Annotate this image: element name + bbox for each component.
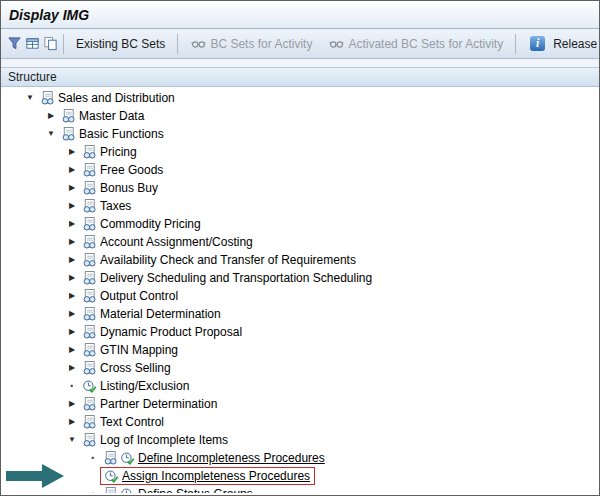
- tree-row[interactable]: ▶ Delivery Scheduling and Transportation…: [1, 269, 599, 287]
- expand-icon[interactable]: ▶: [65, 269, 79, 287]
- release-group: i Release: [511, 32, 599, 55]
- expand-icon[interactable]: ▶: [65, 143, 79, 161]
- tree-row-icons: [81, 432, 98, 448]
- img-node-icon: [81, 432, 98, 448]
- filter-icon: [6, 36, 22, 51]
- tree-row[interactable]: ▶ GTIN Mapping: [1, 341, 599, 359]
- expand-icon[interactable]: ▶: [65, 179, 79, 197]
- tree-row-label[interactable]: Output Control: [98, 289, 180, 303]
- tree-row-label[interactable]: Free Goods: [98, 163, 165, 177]
- img-structure-tree: ▼ Sales and Distribution ▶ Master Data ▼…: [1, 87, 599, 493]
- tree-row[interactable]: ▶ Pricing: [1, 143, 599, 161]
- indent-spacer: [1, 278, 65, 279]
- tree-row-label[interactable]: Sales and Distribution: [56, 91, 177, 105]
- tree-row[interactable]: ▶ Text Control: [1, 413, 599, 431]
- tree-row-label[interactable]: Cross Selling: [98, 361, 173, 375]
- expand-icon[interactable]: ▶: [65, 233, 79, 251]
- tree-row[interactable]: ▶ Material Determination: [1, 305, 599, 323]
- copy-icon-button[interactable]: [41, 32, 59, 55]
- tree-row[interactable]: ▼ Log of Incomplete Items: [1, 431, 599, 449]
- tree-row-label[interactable]: Account Assignment/Costing: [98, 235, 255, 249]
- filter-icon-button[interactable]: [5, 32, 23, 55]
- tree-row-icons: [81, 180, 98, 196]
- tree-row[interactable]: · Listing/Exclusion: [1, 377, 599, 395]
- tree-row-label[interactable]: Delivery Scheduling and Transportation S…: [98, 271, 374, 285]
- expand-icon[interactable]: ▶: [44, 107, 58, 125]
- tree-row-label[interactable]: Availability Check and Transfer of Requi…: [98, 253, 358, 267]
- tree-row[interactable]: ▶ Output Control: [1, 287, 599, 305]
- tree-row-label[interactable]: Master Data: [77, 109, 146, 123]
- tree-row[interactable]: ▶ Cross Selling: [1, 359, 599, 377]
- img-node-icon: [81, 216, 98, 232]
- indent-spacer: [1, 242, 65, 243]
- expand-icon[interactable]: ▶: [65, 197, 79, 215]
- tree-row[interactable]: ▶ Taxes: [1, 197, 599, 215]
- expand-icon[interactable]: ▶: [65, 287, 79, 305]
- expand-icon[interactable]: ▶: [65, 215, 79, 233]
- tree-row-label[interactable]: Partner Determination: [98, 397, 219, 411]
- indent-spacer: [1, 170, 65, 171]
- tree-row-icons: [60, 126, 77, 142]
- expand-icon[interactable]: ▶: [65, 359, 79, 377]
- tree-row-icons: [81, 198, 98, 214]
- img-node-icon: [81, 270, 98, 286]
- expand-icon[interactable]: ▶: [65, 341, 79, 359]
- indent-spacer: [1, 260, 65, 261]
- collapse-icon[interactable]: ▼: [65, 431, 79, 449]
- tree-row-icons: [81, 342, 98, 358]
- tree-row-label[interactable]: Taxes: [98, 199, 133, 213]
- tree-row-label[interactable]: Define Incompleteness Procedures: [136, 451, 327, 465]
- tree-row-label[interactable]: Listing/Exclusion: [98, 379, 191, 393]
- tree-row-icons: [81, 396, 98, 412]
- expand-icon[interactable]: ▶: [65, 413, 79, 431]
- tree-row-label[interactable]: Define Status Groups: [136, 487, 255, 493]
- expand-icon[interactable]: ▶: [65, 395, 79, 413]
- tree-row[interactable]: · Define Incompleteness Procedures: [1, 449, 599, 467]
- tree-row[interactable]: ▶ Bonus Buy: [1, 179, 599, 197]
- indent-spacer: [1, 458, 86, 459]
- img-node-icon: [81, 414, 98, 430]
- expand-icon[interactable]: ▶: [65, 323, 79, 341]
- application-toolbar: Existing BC Sets BC Sets for Activity Ac…: [1, 29, 599, 59]
- tree-row-label[interactable]: Log of Incomplete Items: [98, 433, 230, 447]
- bc-sets-for-activity-button[interactable]: BC Sets for Activity: [182, 32, 320, 55]
- collapse-icon[interactable]: ▼: [44, 125, 58, 143]
- tree-row[interactable]: ▶ Partner Determination: [1, 395, 599, 413]
- tree-row-label[interactable]: Commodity Pricing: [98, 217, 203, 231]
- release-button[interactable]: i Release: [520, 32, 599, 55]
- tree-row-label[interactable]: Basic Functions: [77, 127, 166, 141]
- tree-row-label[interactable]: Bonus Buy: [98, 181, 160, 195]
- tree-row[interactable]: ▶ Dynamic Product Proposal: [1, 323, 599, 341]
- tree-row-icons: [81, 144, 98, 160]
- expand-icon[interactable]: ▶: [65, 251, 79, 269]
- collapse-icon[interactable]: ▼: [23, 89, 37, 107]
- tree-row[interactable]: ▶ Account Assignment/Costing: [1, 233, 599, 251]
- tree-row-content: Assign Incompleteness Procedures: [100, 467, 315, 485]
- tree-row-label[interactable]: Text Control: [98, 415, 166, 429]
- tree-row-label[interactable]: GTIN Mapping: [98, 343, 180, 357]
- expand-icon[interactable]: ▶: [65, 305, 79, 323]
- tree-row[interactable]: ▶ Free Goods: [1, 161, 599, 179]
- tree-row-label[interactable]: Pricing: [98, 145, 139, 159]
- expand-icon[interactable]: ▶: [65, 161, 79, 179]
- tree-row[interactable]: · Define Status Groups: [1, 485, 599, 493]
- bc-set-icon-button[interactable]: [23, 32, 41, 55]
- activated-bc-sets-for-activity-button[interactable]: Activated BC Sets for Activity: [320, 32, 511, 55]
- tree-row[interactable]: ▶ Availability Check and Transfer of Req…: [1, 251, 599, 269]
- tree-row-content: Dynamic Product Proposal: [79, 324, 246, 340]
- existing-bc-sets-button[interactable]: Existing BC Sets: [68, 33, 173, 55]
- tree-row-icons: [102, 450, 136, 466]
- tree-row[interactable]: ▼ Sales and Distribution: [1, 89, 599, 107]
- tree-row-label[interactable]: Material Determination: [98, 307, 223, 321]
- tree-row-icons: [103, 468, 120, 484]
- img-node-icon: [81, 324, 98, 340]
- tree-row-content: Define Incompleteness Procedures: [100, 450, 329, 466]
- indent-spacer: [1, 422, 65, 423]
- tree-row[interactable]: ▼ Basic Functions: [1, 125, 599, 143]
- tree-row[interactable]: Assign Incompleteness Procedures: [1, 467, 599, 485]
- tree-row-label[interactable]: Assign Incompleteness Procedures: [120, 469, 312, 483]
- tree-row-label[interactable]: Dynamic Product Proposal: [98, 325, 244, 339]
- tree-row[interactable]: ▶ Master Data: [1, 107, 599, 125]
- img-node-icon: [102, 486, 119, 493]
- tree-row[interactable]: ▶ Commodity Pricing: [1, 215, 599, 233]
